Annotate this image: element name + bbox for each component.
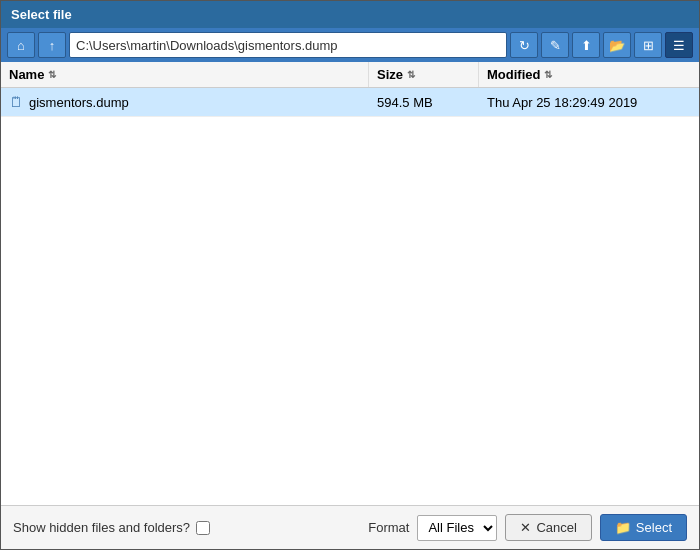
footer: Show hidden files and folders? Format Al…: [1, 505, 699, 549]
title-bar: Select file: [1, 1, 699, 28]
show-hidden-checkbox[interactable]: [196, 521, 210, 535]
file-name-cell: 🗒 gismentors.dump: [1, 92, 369, 112]
grid-icon: ⊞: [643, 38, 654, 53]
edit-icon: ✎: [550, 38, 561, 53]
dialog-title: Select file: [11, 7, 72, 22]
list-view-button[interactable]: ☰: [665, 32, 693, 58]
format-select[interactable]: All Files: [417, 515, 497, 541]
select-file-icon: 📁: [615, 520, 631, 535]
size-sort-icon: ⇅: [407, 69, 415, 80]
grid-view-button[interactable]: ⊞: [634, 32, 662, 58]
footer-right: Format All Files ✕ Cancel 📁 Select: [368, 514, 687, 541]
file-icon: 🗒: [9, 94, 23, 110]
list-icon: ☰: [673, 38, 685, 53]
modified-sort-icon: ⇅: [544, 69, 552, 80]
name-sort-icon: ⇅: [48, 69, 56, 80]
new-folder-button[interactable]: 📂: [603, 32, 631, 58]
home-icon: ⌂: [17, 38, 25, 53]
format-label: Format: [368, 520, 409, 535]
file-size-cell: 594.5 MB: [369, 93, 479, 112]
toolbar: ⌂ ↑ ↻ ✎ ⬆ 📂 ⊞ ☰: [1, 28, 699, 62]
refresh-button[interactable]: ↻: [510, 32, 538, 58]
column-header-size[interactable]: Size ⇅: [369, 62, 479, 87]
file-dialog: Select file ⌂ ↑ ↻ ✎ ⬆ 📂 ⊞ ☰ Name: [0, 0, 700, 550]
file-list-header: Name ⇅ Size ⇅ Modified ⇅: [1, 62, 699, 88]
column-header-modified[interactable]: Modified ⇅: [479, 62, 699, 87]
up-button[interactable]: ↑: [38, 32, 66, 58]
column-header-name[interactable]: Name ⇅: [1, 62, 369, 87]
upload-button[interactable]: ⬆: [572, 32, 600, 58]
select-button[interactable]: 📁 Select: [600, 514, 687, 541]
up-icon: ↑: [49, 38, 56, 53]
file-list-body: 🗒 gismentors.dump 594.5 MB Thu Apr 25 18…: [1, 88, 699, 505]
path-input[interactable]: [69, 32, 507, 58]
footer-left: Show hidden files and folders?: [13, 520, 368, 535]
show-hidden-label: Show hidden files and folders?: [13, 520, 190, 535]
edit-button[interactable]: ✎: [541, 32, 569, 58]
table-row[interactable]: 🗒 gismentors.dump 594.5 MB Thu Apr 25 18…: [1, 88, 699, 117]
home-button[interactable]: ⌂: [7, 32, 35, 58]
file-modified-cell: Thu Apr 25 18:29:49 2019: [479, 93, 699, 112]
cancel-icon: ✕: [520, 520, 531, 535]
new-folder-icon: 📂: [609, 38, 625, 53]
file-name: gismentors.dump: [29, 95, 129, 110]
cancel-button[interactable]: ✕ Cancel: [505, 514, 591, 541]
upload-icon: ⬆: [581, 38, 592, 53]
refresh-icon: ↻: [519, 38, 530, 53]
